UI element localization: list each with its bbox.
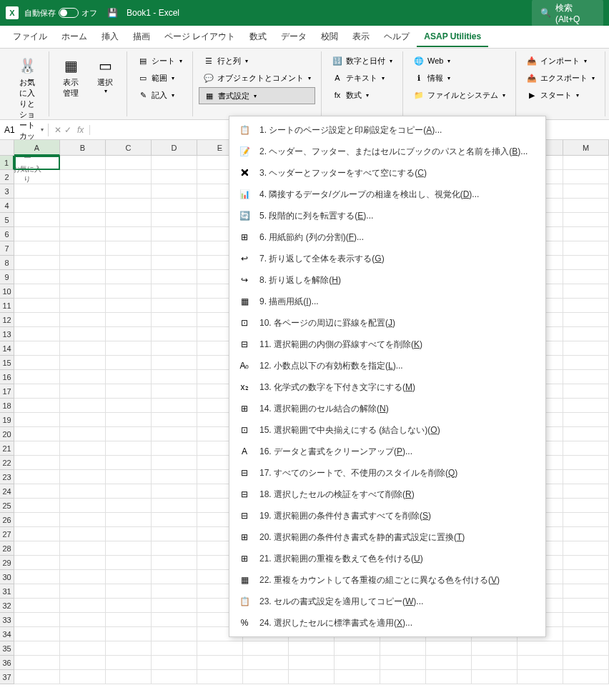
cell[interactable] [152, 413, 197, 427]
tab-home[interactable]: ホーム [54, 26, 94, 47]
select-all-corner[interactable] [0, 140, 14, 156]
row-header-6[interactable]: 6 [0, 227, 14, 241]
cell[interactable] [60, 541, 106, 556]
cell[interactable] [106, 599, 152, 613]
cell[interactable] [152, 341, 197, 356]
menu-item-2[interactable]: 📝2. ヘッダー、フッター、またはセルにブックのパスと名前を挿入(B)... [229, 141, 545, 162]
col-header-B[interactable]: B [60, 140, 106, 156]
cell[interactable] [563, 156, 609, 170]
cell[interactable] [60, 299, 106, 313]
row-header-31[interactable]: 31 [0, 584, 14, 599]
cell[interactable] [106, 656, 152, 670]
row-header-20[interactable]: 20 [0, 427, 14, 441]
tab-help[interactable]: ヘルプ [377, 26, 417, 47]
cell[interactable] [152, 584, 197, 599]
cell[interactable] [106, 299, 152, 313]
cell[interactable] [106, 270, 152, 284]
cell[interactable] [14, 270, 60, 284]
cell[interactable] [14, 527, 60, 541]
cell[interactable] [106, 399, 152, 413]
cell[interactable] [563, 341, 609, 356]
ribbon-col4-2[interactable]: 📁ファイルとシステム▾ [409, 87, 510, 103]
cell[interactable] [14, 284, 60, 299]
cell[interactable] [60, 399, 106, 413]
cell[interactable] [563, 299, 609, 313]
row-header-27[interactable]: 27 [0, 527, 14, 541]
cell[interactable] [14, 399, 60, 413]
cell[interactable] [14, 484, 60, 499]
cell[interactable] [472, 670, 518, 684]
cell[interactable] [152, 570, 197, 584]
cell[interactable] [106, 627, 152, 641]
cell[interactable] [14, 556, 60, 570]
row-header-3[interactable]: 3 [0, 184, 14, 199]
save-icon[interactable]: 💾 [107, 8, 118, 18]
ribbon-col2-1[interactable]: 💬オブジェクトとコメント▾ [199, 70, 315, 86]
menu-item-16[interactable]: A16. データと書式をクリーンアップ(P)... [229, 441, 545, 462]
cell[interactable] [60, 641, 106, 656]
cell[interactable] [14, 170, 60, 184]
ribbon-col1-2[interactable]: ✎記入▾ [133, 87, 187, 103]
cell[interactable] [380, 656, 426, 670]
cell[interactable] [152, 227, 197, 241]
cell[interactable] [197, 670, 243, 684]
cell[interactable] [60, 427, 106, 441]
cell[interactable] [14, 156, 60, 170]
cell[interactable] [152, 156, 197, 170]
cell[interactable] [60, 327, 106, 341]
cell[interactable] [563, 627, 609, 641]
menu-item-1[interactable]: 📋1. シートのページ設定と印刷設定をコピー(A)... [229, 119, 545, 141]
ribbon-col3-1[interactable]: Aテキスト▾ [327, 70, 397, 86]
row-header-36[interactable]: 36 [0, 656, 14, 670]
cell[interactable] [243, 670, 289, 684]
row-header-18[interactable]: 18 [0, 399, 14, 413]
menu-item-5[interactable]: 🔄5. 段階的に列を転置する(E)... [229, 205, 545, 226]
cell[interactable] [106, 156, 152, 170]
cell[interactable] [60, 413, 106, 427]
cell[interactable] [60, 484, 106, 499]
menu-item-10[interactable]: ⊡10. 各ページの周辺に罫線を配置(J) [229, 312, 545, 334]
cell[interactable] [289, 641, 335, 656]
ribbon-col3-0[interactable]: 🔢数字と日付▾ [327, 53, 397, 69]
cell[interactable] [563, 399, 609, 413]
cell[interactable] [426, 670, 472, 684]
row-header-1[interactable]: 1 [0, 156, 14, 170]
tab-asap[interactable]: ASAP Utilities [417, 27, 488, 47]
cell[interactable] [106, 584, 152, 599]
select-button[interactable]: ▭ 選択 ▾ [89, 53, 121, 115]
row-header-8[interactable]: 8 [0, 256, 14, 270]
tab-review[interactable]: 校閲 [314, 26, 345, 47]
menu-item-3[interactable]: 🗙3. ヘッダーとフッターをすべて空にする(C) [229, 162, 545, 184]
tab-formulas[interactable]: 数式 [242, 26, 274, 47]
ribbon-col5-0[interactable]: 📥インポート▾ [522, 53, 599, 69]
cell[interactable] [563, 370, 609, 384]
autosave-toggle[interactable]: 自動保存 オフ [24, 8, 97, 19]
cell[interactable] [472, 656, 518, 670]
cell[interactable] [380, 641, 426, 656]
row-header-2[interactable]: 2 [0, 170, 14, 184]
menu-item-7[interactable]: ↩7. 折り返して全体を表示する(G) [229, 248, 545, 269]
cell[interactable] [518, 670, 563, 684]
cell[interactable] [60, 356, 106, 370]
row-header-7[interactable]: 7 [0, 241, 14, 256]
ribbon-col1-0[interactable]: ▤シート▾ [133, 53, 187, 69]
cell[interactable] [152, 499, 197, 513]
col-header-M[interactable]: M [563, 140, 609, 156]
cell[interactable] [152, 556, 197, 570]
cell[interactable] [335, 656, 380, 670]
tab-file[interactable]: ファイル [6, 26, 54, 47]
cell[interactable] [106, 284, 152, 299]
cell[interactable] [106, 541, 152, 556]
cell[interactable] [14, 470, 60, 484]
cell[interactable] [106, 513, 152, 527]
cell[interactable] [106, 413, 152, 427]
cell[interactable] [14, 184, 60, 199]
cell[interactable] [197, 641, 243, 656]
confirm-icon[interactable]: ✓ [64, 125, 71, 135]
menu-item-4[interactable]: 📊4. 隣接するデータ/グループの相違を検出し、視覚化(D)... [229, 184, 545, 205]
cell[interactable] [14, 456, 60, 470]
cell[interactable] [106, 170, 152, 184]
cell[interactable] [563, 456, 609, 470]
row-header-25[interactable]: 25 [0, 499, 14, 513]
name-box[interactable]: A1 [0, 124, 49, 136]
